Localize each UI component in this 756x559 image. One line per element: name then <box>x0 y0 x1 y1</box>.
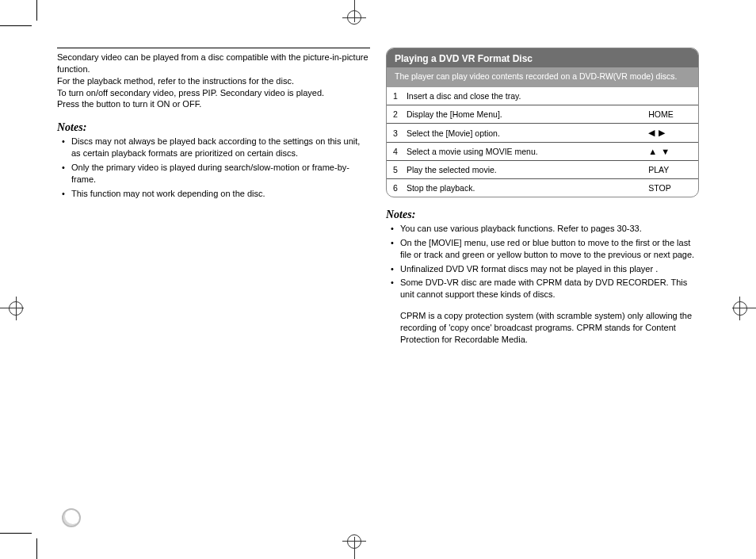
table-row: 1 Insert a disc and close the tray. <box>387 87 698 105</box>
step-action: Insert a disc and close the tray. <box>407 91 521 101</box>
list-item: Only the primary video is played during … <box>60 162 370 186</box>
crop-mark <box>0 25 32 26</box>
pip-intro-2: For the playback method, refer to the in… <box>57 75 370 87</box>
content-area: Secondary video can be played from a dis… <box>57 48 699 511</box>
steps-title: Playing a DVD VR Format Disc <box>387 48 698 67</box>
crop-mark <box>0 533 32 534</box>
step-action: Stop the playback. <box>407 183 475 193</box>
list-item: You can use various playback functions. … <box>389 223 699 235</box>
registration-circle <box>9 301 23 316</box>
pip-intro-4: Press the button to turn it ON or OFF. <box>57 98 370 110</box>
step-num: 5 <box>393 165 404 174</box>
list-item: Unfinalized DVD VR format discs may not … <box>389 263 699 275</box>
table-row: 3 Select the [Movie] option. ◀ ▶ <box>387 124 698 143</box>
list-item: Some DVD-VR disc are made with CPRM data… <box>389 277 699 301</box>
left-right-arrow-icon: ◀ ▶ <box>648 128 666 137</box>
registration-circle <box>733 301 747 316</box>
list-item: On the [MOVIE] menu, use red or blue but… <box>389 237 699 261</box>
page: Secondary video can be played from a dis… <box>0 0 756 559</box>
notes-heading: Notes: <box>386 209 699 221</box>
steps-preparation: The player can play video contents recor… <box>387 67 698 87</box>
table-row: 6 Stop the playback. STOP <box>387 179 698 197</box>
list-item: This function may not work depending on … <box>60 188 370 200</box>
registration-circle <box>347 10 361 25</box>
crop-mark <box>36 538 37 559</box>
pip-intro-1: Secondary video can be played from a dis… <box>57 52 370 75</box>
crop-mark <box>36 0 37 21</box>
step-action: Display the [Home Menu]. <box>407 109 502 119</box>
notes-list: You can use various playback functions. … <box>386 223 699 301</box>
step-action: Select the [Movie] option. <box>407 128 500 138</box>
list-item: Discs may not always be played back acco… <box>60 136 370 159</box>
step-key: PLAY <box>642 161 698 179</box>
cprm-explanation: CPRM is a copy protection system (with s… <box>386 310 699 346</box>
registration-circle <box>347 534 361 549</box>
step-action: Select a movie using MOVIE menu. <box>407 147 538 156</box>
right-column: Playing a DVD VR Format Disc The player … <box>386 48 699 511</box>
step-num: 4 <box>393 147 404 156</box>
table-row: 5 Play the selected movie. PLAY <box>387 161 698 179</box>
table-row: 4 Select a movie using MOVIE menu. ▲ ▼ <box>387 143 698 161</box>
notes-heading: Notes: <box>57 121 370 134</box>
left-column: Secondary video can be played from a dis… <box>57 48 370 511</box>
table-row: 2 Display the [Home Menu]. HOME <box>387 105 698 124</box>
step-key <box>642 87 698 105</box>
divider <box>57 48 370 48</box>
step-action: Play the selected movie. <box>407 165 497 174</box>
up-down-arrow-icon: ▲ ▼ <box>648 147 670 156</box>
step-num: 2 <box>393 109 404 119</box>
step-num: 6 <box>393 183 404 193</box>
notes-list: Discs may not always be played back acco… <box>57 136 370 199</box>
step-key: HOME <box>642 105 698 124</box>
pip-intro-3: To turn on/off secondary video, press PI… <box>57 87 370 99</box>
step-key: STOP <box>642 179 698 197</box>
step-num: 3 <box>393 128 404 138</box>
steps-table: 1 Insert a disc and close the tray. 2 Di… <box>387 87 698 197</box>
step-num: 1 <box>393 91 404 101</box>
steps-box: Playing a DVD VR Format Disc The player … <box>386 48 699 197</box>
